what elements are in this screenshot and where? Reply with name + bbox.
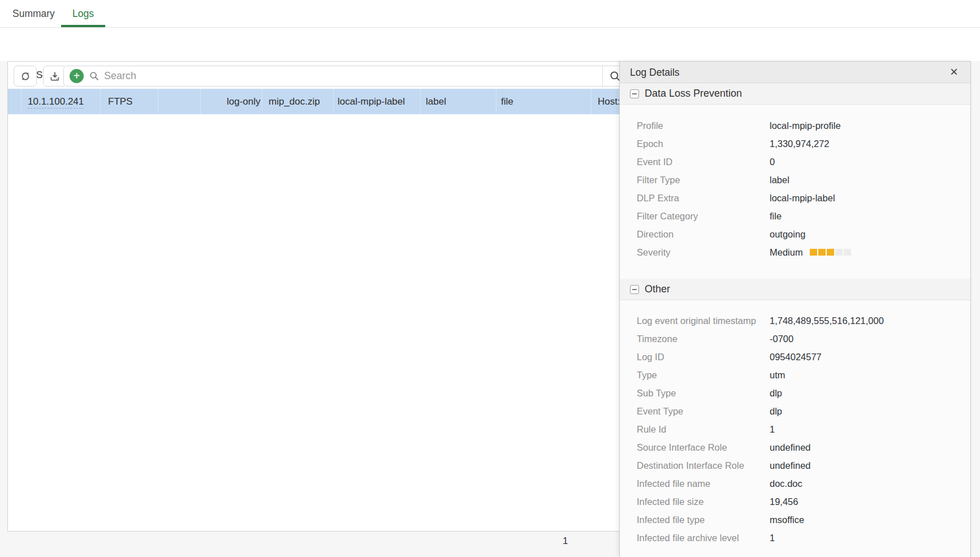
field-row: Epoch1,330,974,272 <box>620 135 970 153</box>
field-value: 1,748,489,555,516,121,000 <box>770 316 884 326</box>
search-input[interactable] <box>100 70 602 82</box>
refresh-button[interactable] <box>14 66 37 87</box>
source-ip[interactable]: 10.1.100.241 <box>28 96 84 109</box>
field-label: Severity <box>620 247 770 258</box>
field-value: 0954024577 <box>770 352 822 362</box>
field-row: Log ID0954024577 <box>620 348 970 366</box>
field-value: local-mpip-profile <box>770 120 841 131</box>
field-row: DLP Extralocal-mpip-label <box>620 189 970 207</box>
field-value: -0700 <box>770 334 793 344</box>
field-label: Infected file type <box>620 515 770 525</box>
severity-segment <box>835 249 843 256</box>
field-label: Filter Category <box>620 211 770 222</box>
cell-action: log-only <box>227 89 261 114</box>
field-label: Log event original timestamp <box>620 316 770 326</box>
cell-filter-category: file <box>501 89 513 114</box>
field-label: Type <box>620 370 770 381</box>
field-value: label <box>770 175 789 185</box>
field-label: Filter Type <box>620 175 770 185</box>
column-divider <box>420 89 421 114</box>
severity-segment <box>844 249 851 256</box>
field-label: Infected file archive level <box>620 533 770 543</box>
field-row: Typeutm <box>620 366 970 384</box>
field-row: Infected file namedoc.doc <box>620 474 970 493</box>
field-label: Log ID <box>620 352 770 362</box>
cell-service: FTPS <box>108 89 132 114</box>
collapse-icon[interactable] <box>630 285 639 294</box>
cell-file-name: mip_doc.zip <box>269 89 320 114</box>
field-row: Infected file archive level1 <box>620 529 970 547</box>
section-title: Data Loss Prevention <box>645 88 742 100</box>
severity-bars <box>810 249 851 256</box>
column-divider <box>496 89 497 114</box>
cell-dlp-extra: local-mpip-label <box>338 89 405 114</box>
severity-text: Medium <box>770 247 803 258</box>
panel-title: Log Details <box>630 62 680 83</box>
field-label: Profile <box>620 120 770 131</box>
field-row: Event ID0 <box>620 153 970 171</box>
field-value: 1,330,974,272 <box>770 139 830 149</box>
search-icon <box>89 71 100 81</box>
field-label: Destination Interface Role <box>620 460 770 471</box>
tab-summary[interactable]: Summary <box>12 0 55 27</box>
field-value: doc.doc <box>770 478 802 489</box>
close-icon[interactable]: × <box>946 62 962 82</box>
cell-details-preview: Host: <box>598 89 620 114</box>
field-value: undefined <box>770 460 811 471</box>
field-row: Destination Interface Roleundefined <box>620 456 970 474</box>
field-row: Rule Id1 <box>620 420 970 438</box>
field-row: Filter Typelabel <box>620 171 970 189</box>
field-label: Event ID <box>620 157 770 167</box>
severity-segment <box>818 249 826 256</box>
panel-header: Log Details × <box>620 62 970 83</box>
field-value: outgoing <box>770 229 805 240</box>
download-button[interactable] <box>43 66 66 87</box>
section-title: Other <box>645 283 670 295</box>
log-details-panel: Log Details × Data Loss Prevention Profi… <box>619 61 971 557</box>
field-row: Directionoutgoing <box>620 225 970 243</box>
section-header-dlp[interactable]: Data Loss Prevention <box>620 83 970 105</box>
column-divider <box>100 89 101 114</box>
field-label: DLP Extra <box>620 193 770 204</box>
field-value: dlp <box>770 406 782 417</box>
severity-segment <box>810 249 817 256</box>
column-divider <box>591 89 592 114</box>
field-value: undefined <box>770 442 811 453</box>
field-row: Infected file typemsoffice <box>620 511 970 529</box>
tab-logs[interactable]: Logs <box>72 0 94 27</box>
field-row-severity: Severity Medium <box>620 243 970 261</box>
field-row: Event Typedlp <box>620 402 970 420</box>
column-divider <box>200 89 201 114</box>
download-icon <box>49 71 61 82</box>
tab-logs-label: Logs <box>72 8 94 19</box>
field-row: Log event original timestamp1,748,489,55… <box>620 312 970 330</box>
pagination-page-number[interactable]: 1 <box>563 536 568 547</box>
field-row: Profilelocal-mpip-profile <box>620 116 970 135</box>
section-header-other[interactable]: Other <box>620 279 970 300</box>
active-tab-underline <box>61 25 105 27</box>
field-value: 1 <box>770 533 775 543</box>
cell-filter-type: label <box>426 89 446 114</box>
cell-source[interactable]: 10.1.100.241 <box>28 89 84 114</box>
collapse-icon[interactable] <box>630 89 639 98</box>
refresh-icon <box>20 71 31 82</box>
field-value: msoffice <box>770 515 804 525</box>
search-bar: + <box>63 66 628 87</box>
field-label: Source Interface Role <box>620 442 770 453</box>
field-row: Filter Categoryfile <box>620 207 970 225</box>
field-label: Timezone <box>620 334 770 344</box>
column-divider <box>333 89 334 114</box>
field-value: 19,456 <box>770 496 798 507</box>
field-label: Epoch <box>620 139 770 149</box>
add-filter-icon[interactable]: + <box>70 69 84 83</box>
field-label: Direction <box>620 229 770 240</box>
field-row: Sub Typedlp <box>620 384 970 402</box>
field-value: dlp <box>770 388 782 399</box>
field-row: Infected file size19,456 <box>620 493 970 511</box>
field-row: Source Interface Roleundefined <box>620 438 970 456</box>
column-divider <box>21 89 21 114</box>
field-value: 0 <box>770 157 775 167</box>
tab-bar: Summary Logs <box>0 0 980 28</box>
column-divider <box>158 89 158 114</box>
field-value: file <box>770 211 782 222</box>
